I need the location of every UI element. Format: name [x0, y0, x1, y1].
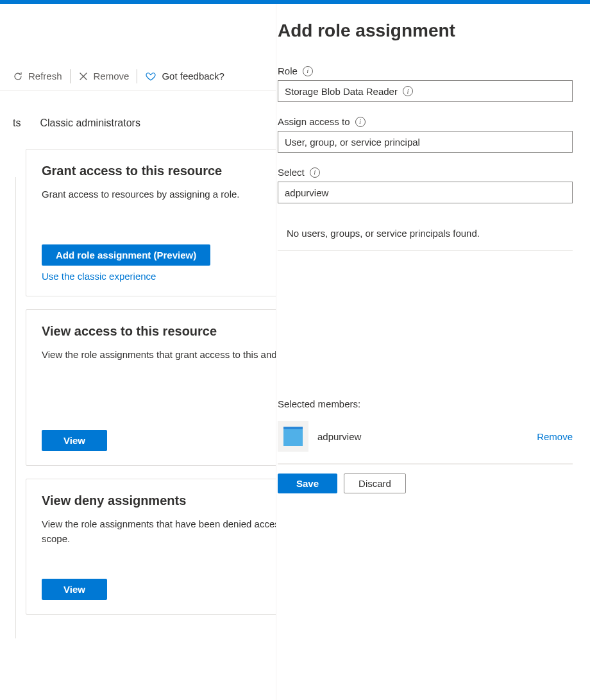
tab-classic-admins[interactable]: Classic administrators	[28, 117, 151, 129]
heart-icon	[145, 71, 156, 82]
member-name: adpurview	[317, 431, 361, 442]
refresh-icon	[13, 71, 23, 81]
refresh-label: Refresh	[28, 71, 62, 81]
left-divider	[15, 177, 16, 638]
info-icon[interactable]: i	[303, 66, 313, 76]
save-button[interactable]: Save	[278, 474, 337, 493]
view-button[interactable]: View	[42, 579, 107, 600]
role-dropdown[interactable]: Storage Blob Data Reader i	[278, 80, 573, 102]
assign-access-dropdown[interactable]: User, group, or service principal	[278, 131, 573, 153]
remove-button[interactable]: Remove	[71, 71, 137, 81]
assign-access-value: User, group, or service principal	[285, 137, 420, 148]
role-field-label: Role i	[278, 65, 590, 76]
info-icon[interactable]: i	[355, 117, 366, 127]
view-button[interactable]: View	[42, 430, 107, 451]
close-icon	[78, 71, 88, 81]
select-search-input-wrap[interactable]	[278, 182, 573, 203]
blade-title: Add role assignment	[278, 21, 590, 60]
select-label-text: Select	[278, 167, 305, 178]
info-icon[interactable]: i	[310, 167, 320, 178]
remove-member-link[interactable]: Remove	[537, 431, 573, 442]
selected-members-label: Selected members:	[278, 398, 590, 409]
feedback-label: Got feedback?	[162, 71, 224, 81]
selected-member-row: adpurview Remove	[278, 409, 573, 464]
remove-label: Remove	[94, 71, 130, 81]
discard-button[interactable]: Discard	[344, 474, 406, 493]
classic-experience-link[interactable]: Use the classic experience	[42, 271, 156, 282]
feedback-button[interactable]: Got feedback?	[137, 71, 232, 82]
no-results-text: No users, groups, or service principals …	[278, 212, 573, 251]
info-icon[interactable]: i	[403, 86, 413, 96]
select-search-input[interactable]	[285, 187, 566, 198]
role-value: Storage Blob Data Reader	[285, 86, 398, 97]
tab-partial[interactable]: ts	[5, 117, 28, 129]
member-avatar-icon	[278, 421, 308, 452]
role-label-text: Role	[278, 65, 298, 76]
add-role-assignment-button[interactable]: Add role assignment (Preview)	[42, 244, 210, 266]
blade-footer: Save Discard	[278, 464, 573, 502]
assign-access-field-label: Assign access to i	[278, 116, 590, 127]
refresh-button[interactable]: Refresh	[5, 71, 70, 81]
select-field-label: Select i	[278, 167, 590, 178]
assign-label-text: Assign access to	[278, 116, 350, 127]
add-role-assignment-blade: Add role assignment Role i Storage Blob …	[276, 4, 590, 700]
